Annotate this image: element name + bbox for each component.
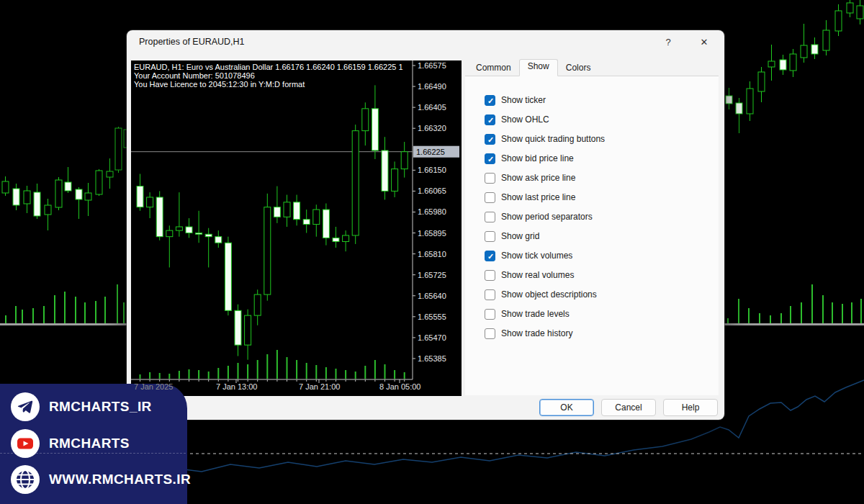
- tab-show[interactable]: Show: [519, 59, 558, 76]
- checkbox-label: Show OHLC: [501, 114, 549, 125]
- svg-text:1.65725: 1.65725: [418, 271, 446, 279]
- checkbox-row-show-grid[interactable]: Show grid: [485, 230, 719, 242]
- checkbox-label: Show grid: [501, 231, 539, 241]
- checkbox-unchecked-icon[interactable]: [485, 212, 495, 222]
- svg-text:8 Jan 05:00: 8 Jan 05:00: [379, 382, 421, 391]
- settings-panel: CommonShowColors Show tickerShow OHLCSho…: [465, 59, 719, 395]
- checkbox-unchecked-icon[interactable]: [485, 328, 495, 339]
- tab-colors[interactable]: Colors: [558, 60, 599, 76]
- properties-dialog: Properties of EURAUD,H1 ? ✕ EURAUD, H1: …: [127, 30, 724, 420]
- branding-item: RMCHARTS_IR: [0, 392, 187, 421]
- checkbox-row-show-trade-history[interactable]: Show trade history: [485, 328, 719, 339]
- checkbox-unchecked-icon[interactable]: [485, 231, 495, 242]
- svg-text:1.66150: 1.66150: [418, 166, 446, 174]
- checkbox-row-show-ticker[interactable]: Show ticker: [485, 94, 719, 106]
- branding-label: WWW.RMCHARTS.IR: [49, 472, 191, 487]
- checkbox-row-show-last-price-line[interactable]: Show last price line: [485, 192, 719, 203]
- svg-text:1.66575: 1.66575: [418, 61, 446, 70]
- checkbox-row-show-object-descriptions[interactable]: Show object descriptions: [485, 289, 719, 300]
- help-icon[interactable]: ?: [657, 33, 680, 52]
- cancel-button[interactable]: Cancel: [601, 399, 656, 416]
- checkbox-row-show-quick-trading-buttons[interactable]: Show quick trading buttons: [485, 133, 719, 145]
- dialog-button-row: OKCancelHelp: [539, 399, 718, 416]
- globe-icon: [11, 465, 40, 494]
- checkbox-label: Show bid price line: [501, 153, 574, 163]
- checkbox-unchecked-icon[interactable]: [485, 289, 495, 300]
- svg-text:Your Account Number: 501078496: Your Account Number: 501078496: [134, 71, 255, 80]
- checkbox-unchecked-icon[interactable]: [485, 309, 495, 320]
- checkbox-checked-icon[interactable]: [485, 251, 495, 261]
- svg-text:1.65980: 1.65980: [418, 207, 446, 216]
- checkbox-label: Show quick trading buttons: [501, 134, 605, 144]
- branding-label: RMCHARTS: [49, 436, 130, 451]
- checkbox-row-show-tick-volumes[interactable]: Show tick volumes: [485, 250, 719, 261]
- checkbox-row-show-ohlc[interactable]: Show OHLC: [485, 114, 719, 125]
- ok-button[interactable]: OK: [539, 399, 594, 416]
- checkbox-checked-icon[interactable]: [485, 95, 495, 106]
- dashed-level-overlay: [0, 453, 186, 454]
- checkbox-label: Show real volumes: [501, 270, 574, 280]
- checkbox-checked-icon[interactable]: [485, 134, 495, 145]
- checkbox-row-show-bid-price-line[interactable]: Show bid price line: [485, 153, 719, 164]
- branding-item: WWW.RMCHARTS.IR: [0, 465, 187, 494]
- svg-text:EURAUD, H1: Euro vs Australia: EURAUD, H1: Euro vs Australian Dollar 1.…: [134, 63, 403, 71]
- svg-text:1.65810: 1.65810: [418, 250, 446, 258]
- svg-text:7 Jan 21:00: 7 Jan 21:00: [299, 382, 341, 391]
- svg-text:1.65385: 1.65385: [418, 354, 446, 363]
- checkbox-unchecked-icon[interactable]: [485, 192, 495, 203]
- checkbox-label: Show ticker: [501, 95, 546, 105]
- checkbox-label: Show object descriptions: [501, 289, 597, 300]
- checkbox-label: Show last price line: [501, 192, 575, 202]
- dialog-title: Properties of EURAUD,H1: [139, 37, 245, 47]
- checkbox-row-show-ask-price-line[interactable]: Show ask price line: [485, 172, 719, 184]
- dialog-titlebar: Properties of EURAUD,H1 ? ✕: [127, 30, 724, 55]
- tab-content: Show tickerShow OHLCShow quick trading b…: [465, 76, 719, 395]
- checkbox-label: Show tick volumes: [501, 251, 572, 261]
- svg-text:1.65555: 1.65555: [418, 312, 446, 321]
- svg-text:1.65470: 1.65470: [418, 333, 446, 342]
- svg-text:7 Jan 13:00: 7 Jan 13:00: [216, 382, 258, 391]
- checkbox-checked-icon[interactable]: [485, 114, 495, 125]
- help-button[interactable]: Help: [663, 399, 718, 416]
- checkbox-label: Show ask price line: [501, 173, 575, 183]
- checkbox-unchecked-icon[interactable]: [485, 270, 495, 281]
- checkbox-row-show-period-separators[interactable]: Show period separators: [485, 211, 719, 222]
- svg-text:1.65640: 1.65640: [418, 292, 446, 300]
- branding-panel: RMCHARTS_IRRMCHARTSWWW.RMCHARTS.IR: [0, 384, 187, 504]
- checkbox-row-show-real-volumes[interactable]: Show real volumes: [485, 269, 719, 281]
- checkbox-label: Show trade history: [501, 328, 572, 338]
- checkbox-label: Show period separators: [501, 212, 593, 222]
- tab-strip: CommonShowColors: [465, 59, 719, 76]
- svg-text:1.66320: 1.66320: [418, 124, 446, 132]
- checkbox-row-show-trade-levels[interactable]: Show trade levels: [485, 308, 719, 320]
- tab-common[interactable]: Common: [468, 60, 519, 76]
- svg-text:1.66490: 1.66490: [418, 82, 446, 91]
- branding-label: RMCHARTS_IR: [49, 399, 152, 415]
- checkbox-unchecked-icon[interactable]: [485, 173, 495, 184]
- checkbox-label: Show trade levels: [501, 309, 570, 319]
- close-icon[interactable]: ✕: [693, 33, 716, 52]
- svg-text:1.65895: 1.65895: [418, 229, 446, 238]
- checkbox-checked-icon[interactable]: [485, 153, 495, 164]
- chart-preview: EURAUD, H1: Euro vs Australian Dollar 1.…: [131, 60, 462, 396]
- checkbox-list: Show tickerShow OHLCShow quick trading b…: [465, 76, 719, 339]
- svg-text:1.66225: 1.66225: [416, 148, 445, 156]
- svg-text:You Have Licence to 2045:12:30: You Have Licence to 2045:12:30 in Y:M:D …: [134, 80, 305, 89]
- svg-text:1.66065: 1.66065: [418, 186, 446, 195]
- chart-preview-canvas: EURAUD, H1: Euro vs Australian Dollar 1.…: [131, 60, 462, 396]
- telegram-icon: [11, 392, 40, 421]
- svg-text:1.66405: 1.66405: [418, 103, 446, 112]
- axis-date-label: 7 Jan 2025: [134, 382, 173, 391]
